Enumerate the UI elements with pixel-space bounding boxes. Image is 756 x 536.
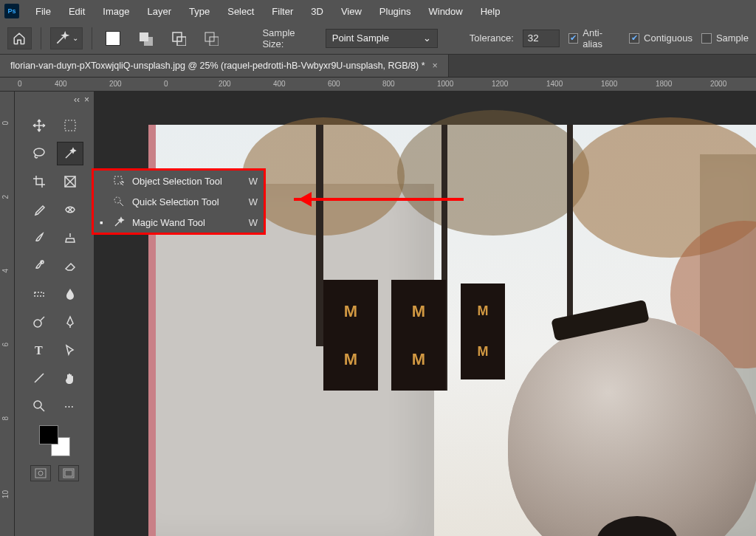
flyout-label: Object Selection Tool <box>132 176 243 187</box>
flyout-item-quick-selection[interactable]: Quick Selection Tool W <box>94 191 264 212</box>
divider <box>41 27 41 49</box>
object-selection-icon <box>113 175 126 187</box>
tool-blur[interactable] <box>57 282 83 306</box>
menu-plugins[interactable]: Plugins <box>371 3 420 20</box>
checkbox-icon <box>701 33 712 44</box>
flyout-shortcut: W <box>249 196 258 207</box>
tool-patch[interactable] <box>57 198 83 221</box>
tool-type[interactable]: T <box>26 338 52 362</box>
tool-eyedropper[interactable] <box>26 198 52 221</box>
tool-path-select[interactable] <box>57 338 83 362</box>
ruler-tick: 6 <box>1 343 10 347</box>
svg-point-11 <box>34 320 41 327</box>
svg-point-15 <box>38 471 43 475</box>
tool-history-brush[interactable] <box>26 254 52 278</box>
menu-3d[interactable]: 3D <box>302 3 332 20</box>
ruler-tick: 8 <box>1 416 10 421</box>
close-icon[interactable]: × <box>433 61 438 71</box>
checkbox-icon <box>629 33 639 44</box>
svg-rect-17 <box>65 470 72 476</box>
tool-gradient[interactable] <box>26 282 52 306</box>
tool-magic-wand[interactable] <box>57 142 83 165</box>
subtract-selection-icon[interactable] <box>167 27 191 49</box>
sample-all-label: Sample <box>716 32 749 44</box>
svg-rect-10 <box>35 292 44 296</box>
document-tab-title: florian-van-duyn-pXToxwjqliQ-unsplash.jp… <box>10 61 425 71</box>
chevron-down-icon: ⌄ <box>423 32 431 44</box>
menu-help[interactable]: Help <box>472 3 509 20</box>
tool-dodge[interactable] <box>26 310 52 334</box>
tool-lasso[interactable] <box>26 142 52 165</box>
tolerance-input[interactable] <box>523 30 560 47</box>
menu-image[interactable]: Image <box>94 3 138 20</box>
canvas[interactable]: MM MM MM <box>94 92 756 536</box>
ruler-tick: 600 <box>328 80 340 88</box>
tool-zoom[interactable] <box>26 394 52 418</box>
menu-file[interactable]: File <box>27 3 60 20</box>
ruler-tick: 4 <box>1 269 10 273</box>
tool-frame[interactable] <box>57 170 83 193</box>
tool-move[interactable] <box>26 114 52 137</box>
sample-size-select[interactable]: Point Sample ⌄ <box>326 29 438 48</box>
menu-layer[interactable]: Layer <box>139 3 181 20</box>
ruler-tick: 800 <box>382 80 395 88</box>
close-icon[interactable]: × <box>84 95 89 108</box>
active-marker-icon: ▪ <box>100 217 107 228</box>
tolerance-label: Tolerance: <box>470 32 514 44</box>
tool-more[interactable]: ⋯ <box>57 394 83 418</box>
collapse-icon[interactable]: ‹‹ <box>74 95 80 108</box>
sample-all-checkbox[interactable]: Sample <box>701 32 749 44</box>
ruler-tick: 2000 <box>710 80 726 88</box>
document-tab[interactable]: florian-van-duyn-pXToxwjqliQ-unsplash.jp… <box>0 55 449 77</box>
tool-clone-stamp[interactable] <box>57 226 83 250</box>
tool-hand[interactable] <box>57 366 83 390</box>
svg-rect-14 <box>35 469 46 478</box>
home-button[interactable] <box>7 27 32 49</box>
divider <box>92 27 92 49</box>
contiguous-label: Contiguous <box>644 32 693 44</box>
intersect-selection-icon[interactable] <box>199 27 224 49</box>
tool-line[interactable] <box>26 366 52 390</box>
contiguous-checkbox[interactable]: Contiguous <box>629 32 693 44</box>
app-logo: Ps <box>4 4 19 18</box>
ruler-tick: 2 <box>1 195 10 199</box>
menu-window[interactable]: Window <box>419 3 471 20</box>
quick-mask-button[interactable] <box>30 465 51 481</box>
ruler-tick: 1200 <box>492 80 508 88</box>
new-selection-icon[interactable] <box>101 27 126 49</box>
svg-point-13 <box>34 401 41 408</box>
screen-mode-button[interactable] <box>58 465 79 481</box>
tool-pen[interactable] <box>57 310 83 334</box>
flyout-item-magic-wand[interactable]: ▪ Magic Wand Tool W <box>94 212 264 233</box>
flyout-label: Magic Wand Tool <box>132 217 243 228</box>
flyout-label: Quick Selection Tool <box>132 196 243 207</box>
ruler-tick: 1600 <box>601 80 617 88</box>
menu-view[interactable]: View <box>332 3 371 20</box>
checkbox-icon <box>568 33 578 44</box>
quick-selection-icon <box>113 196 126 207</box>
menu-filter[interactable]: Filter <box>263 3 302 20</box>
ruler-tick: 200 <box>109 80 122 88</box>
ruler-horizontal: 0 400 200 0 200 400 600 800 1000 1200 14… <box>0 77 756 92</box>
menu-select[interactable]: Select <box>219 3 263 20</box>
tool-brush[interactable] <box>26 226 52 250</box>
tool-marquee[interactable] <box>57 114 83 137</box>
ruler-tick: 400 <box>273 80 286 88</box>
tool-eraser[interactable] <box>57 254 83 278</box>
color-swatches[interactable] <box>39 425 70 456</box>
annotation-arrow <box>294 198 464 201</box>
options-bar: ⌄ Sample Size: Point Sample ⌄ Tolerance:… <box>0 22 756 55</box>
anti-alias-checkbox[interactable]: Anti-alias <box>568 27 620 49</box>
flyout-item-object-selection[interactable]: Object Selection Tool W <box>94 171 264 191</box>
add-selection-icon[interactable] <box>134 27 158 49</box>
svg-text:T: T <box>35 344 43 357</box>
menu-edit[interactable]: Edit <box>60 3 94 20</box>
menu-type[interactable]: Type <box>180 3 219 20</box>
tools-panel: ‹‹ × T ⋯ <box>15 92 94 536</box>
foreground-color[interactable] <box>39 425 58 444</box>
sample-size-value: Point Sample <box>332 32 389 44</box>
document-tab-bar: florian-van-duyn-pXToxwjqliQ-unsplash.jp… <box>0 55 756 77</box>
tool-magic-wand-icon[interactable]: ⌄ <box>50 27 83 49</box>
tool-crop[interactable] <box>26 170 52 193</box>
ruler-tick: 400 <box>55 80 67 88</box>
